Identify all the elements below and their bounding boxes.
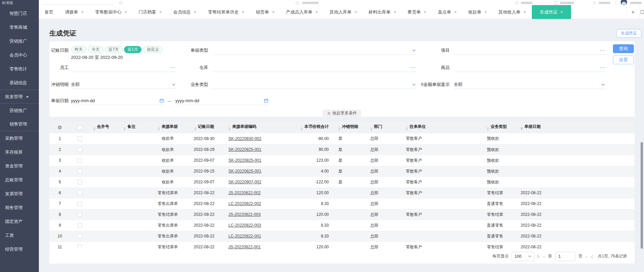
tab-stocktaking[interactable]: 盘点单× — [432, 5, 463, 19]
message-icon[interactable] — [515, 1, 518, 4]
date-preset-pill[interactable]: 自定义 — [143, 46, 163, 53]
tab-generate-voucher[interactable]: 生成凭证× — [532, 5, 571, 19]
sidebar-item-general-ledger[interactable]: 总账管理 — [0, 173, 39, 187]
column-header-accounting-date[interactable]: 记账日期 — [184, 122, 224, 133]
source-doc-code-link[interactable]: JS-20220822-001 — [228, 245, 261, 249]
tab-other-inbound[interactable]: 其他入库单× — [324, 5, 363, 19]
row-checkbox[interactable] — [77, 169, 82, 174]
tab-retail-data-center[interactable]: 零售数据中心× — [90, 5, 133, 19]
tab-other-income[interactable]: 其他收入单× — [493, 5, 532, 19]
tab-store-archives[interactable]: 门店档案× — [133, 5, 168, 19]
column-header-source-doc-code[interactable]: 来源单据编码 — [224, 122, 270, 133]
sort-icon[interactable] — [194, 126, 196, 132]
sidebar-item-funds-mgmt[interactable]: 资金管理 — [0, 159, 39, 173]
column-header-partner[interactable]: 往来单位 — [402, 122, 483, 133]
sort-icon[interactable] — [158, 126, 160, 132]
sort-icon[interactable] — [124, 126, 126, 132]
row-checkbox[interactable] — [77, 158, 82, 163]
tab-material-outbound[interactable]: 材料出库单× — [363, 5, 402, 19]
date-preset-pill[interactable]: 今天 — [88, 46, 103, 53]
column-header-writeoff-detail[interactable]: 冲销明细 — [334, 122, 366, 133]
sort-icon[interactable] — [406, 126, 408, 132]
sidebar-item-wholesale-mgmt[interactable]: 批发管理 — [0, 90, 39, 104]
prev-page-button[interactable]: ‹ — [543, 253, 545, 259]
sidebar-item-business-mgmt[interactable]: 经营管理 — [0, 242, 39, 256]
date-preset-pill[interactable]: 近1月 — [124, 46, 142, 53]
sort-icon[interactable] — [228, 126, 230, 132]
row-checkbox[interactable] — [77, 223, 82, 228]
sort-icon[interactable] — [301, 126, 303, 132]
tab-close-icon[interactable]: × — [561, 10, 563, 14]
sidebar-item-fixed-assets[interactable]: 固定资产 — [0, 214, 39, 228]
settings-button[interactable]: 设置 — [613, 55, 634, 64]
source-doc-code-link[interactable]: JS-20220822-002 — [228, 190, 261, 195]
page-number-input[interactable]: 1 — [555, 252, 575, 261]
tab-home[interactable]: 首页 — [39, 5, 59, 19]
tab-close-icon[interactable]: × — [194, 10, 197, 14]
sidebar-item-purchase-mgmt[interactable]: 采购管理 — [0, 131, 39, 145]
sidebar-item-payroll[interactable]: 工资 — [0, 228, 39, 242]
column-header-total-amount[interactable]: 本币价税合计 — [270, 122, 334, 133]
row-checkbox[interactable] — [77, 190, 82, 195]
first-page-button[interactable]: ‹ — [538, 253, 540, 259]
sort-icon[interactable] — [93, 126, 95, 132]
tab-close-icon[interactable]: × — [424, 10, 426, 14]
sidebar-item-retail-mall[interactable]: 零售商城 — [0, 20, 39, 34]
doc-date-end-input[interactable]: yyyy-mm-dd — [175, 96, 268, 105]
search-button[interactable]: 查询 — [613, 44, 634, 53]
writeoff-detail-select[interactable]: 全部 — [71, 80, 176, 89]
source-doc-code-link[interactable]: SK-20220825-001 — [228, 158, 261, 163]
collapse-filters-button[interactable]: 收起更多条件 — [323, 110, 361, 117]
doc-date-start-input[interactable]: yyyy-mm-dd — [71, 96, 164, 105]
sidebar-item-smart-store[interactable]: 智慧门店 — [0, 6, 39, 20]
ellipsis-picker-icon[interactable]: ··· — [600, 65, 605, 70]
tab-goods-request[interactable]: 要货单× — [402, 5, 432, 19]
row-checkbox[interactable] — [77, 212, 82, 217]
sidebar-item-basic-info[interactable]: 基础信息 — [0, 76, 39, 90]
goods-input[interactable]: ··· — [454, 63, 605, 72]
sort-icon[interactable] — [370, 126, 372, 132]
warehouse-input[interactable]: ··· — [212, 63, 416, 72]
row-checkbox[interactable] — [77, 201, 82, 206]
next-page-button[interactable]: › — [586, 253, 587, 259]
select-all-checkbox[interactable] — [77, 125, 82, 130]
column-header-note[interactable]: 备注 — [120, 122, 152, 133]
tab-retail-settlement-history[interactable]: 零售结算单历史× — [202, 5, 250, 19]
fullscreen-icon[interactable] — [639, 5, 644, 19]
doc-type-select[interactable] — [212, 46, 416, 55]
tab-close-icon[interactable]: × — [394, 10, 396, 14]
row-checkbox[interactable] — [77, 245, 82, 249]
source-doc-code-link[interactable]: SK-20220825-001 — [228, 147, 261, 152]
column-settings-gear-icon[interactable]: ⚙ — [57, 124, 62, 130]
row-checkbox[interactable] — [77, 147, 82, 152]
tab-close-icon[interactable]: × — [159, 10, 162, 14]
ellipsis-picker-icon[interactable]: ··· — [600, 48, 605, 53]
date-preset-pill[interactable]: 昨天 — [71, 46, 86, 53]
topbar-search-input[interactable] — [42, 4, 113, 5]
per-page-select[interactable]: 100 — [512, 252, 535, 261]
source-doc-code-link[interactable]: LC-20220822-002 — [228, 201, 261, 206]
topbar-icon[interactable] — [296, 1, 299, 4]
page-scrollbar[interactable] — [641, 142, 643, 249]
sidebar-item-member-center[interactable]: 会员中心 — [0, 48, 39, 62]
sidebar-item-tax-mgmt[interactable]: 税务管理 — [0, 201, 39, 214]
last-page-button[interactable]: › — [590, 253, 593, 259]
row-checkbox[interactable] — [77, 234, 82, 239]
tab-close-icon[interactable]: × — [272, 10, 275, 14]
tab-member-info[interactable]: 会员信息× — [168, 5, 202, 19]
column-header-source-doc[interactable]: 来源单据 — [152, 122, 184, 133]
sidebar-item-marketing[interactable]: 营销推广 — [0, 34, 39, 48]
tab-close-icon[interactable]: × — [125, 10, 127, 14]
sort-icon[interactable] — [487, 126, 489, 132]
source-doc-code-link[interactable]: SK-20220907-002 — [228, 180, 261, 184]
tab-close-icon[interactable]: × — [81, 10, 84, 14]
tab-close-icon[interactable]: × — [485, 10, 487, 14]
column-header-merge-no[interactable]: 合并号 — [89, 122, 120, 133]
generate-voucher-button[interactable]: 生成凭证 — [616, 29, 641, 38]
sidebar-item-inventory-accounting[interactable]: 库存核算 — [0, 145, 39, 159]
tab-close-icon[interactable]: × — [454, 10, 457, 14]
source-doc-code-link[interactable]: LC-20220822-003 — [228, 223, 261, 228]
column-header-doc-date[interactable]: 单据日期 — [517, 122, 635, 133]
source-doc-code-link[interactable]: LC-20220822-001 — [228, 234, 261, 239]
sort-icon[interactable] — [521, 126, 523, 132]
